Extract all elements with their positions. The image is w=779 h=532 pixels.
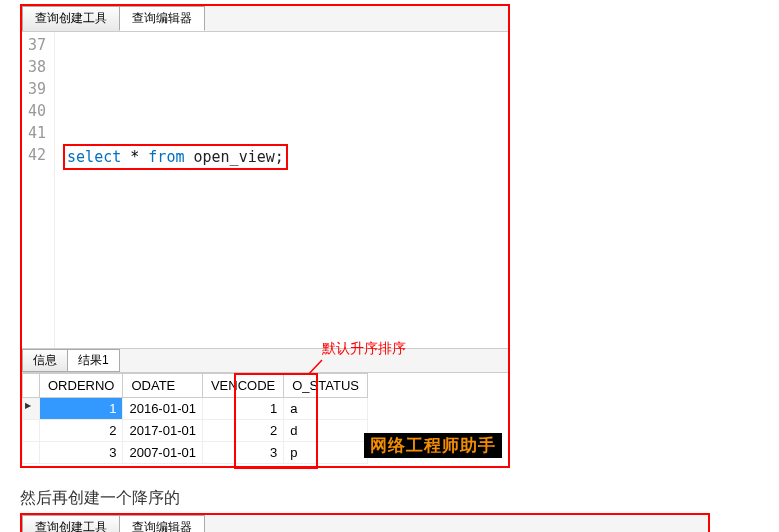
- editor-tabs: 查询创建工具 查询编辑器: [22, 515, 708, 532]
- cell[interactable]: a: [284, 398, 368, 420]
- top-panel: 查询创建工具 查询编辑器 37 38 39 40 41 42 select * …: [20, 4, 510, 468]
- editor-tabs: 查询创建工具 查询编辑器: [22, 6, 508, 32]
- code-line: [63, 192, 288, 214]
- bottom-panel: 查询创建工具 查询编辑器 35 36 37 38 39 create or re…: [20, 513, 710, 532]
- row-handle[interactable]: [23, 398, 40, 420]
- tab-query-builder[interactable]: 查询创建工具: [22, 515, 120, 532]
- col-vencode[interactable]: VENCODE: [202, 374, 283, 398]
- tab-query-editor[interactable]: 查询编辑器: [119, 515, 205, 532]
- cell[interactable]: 2017-01-01: [123, 420, 203, 442]
- table-row[interactable]: 3 2007-01-01 3 p: [23, 442, 368, 464]
- line-number: 40: [28, 100, 46, 122]
- watermark-wrap: 网络工程师助手: [364, 433, 502, 458]
- col-ostatus[interactable]: O_STATUS: [284, 374, 368, 398]
- line-gutter: 37 38 39 40 41 42: [22, 32, 55, 348]
- code-line: [63, 100, 288, 122]
- row-handle-header: [23, 374, 40, 398]
- line-number: 37: [28, 34, 46, 56]
- cell[interactable]: 2007-01-01: [123, 442, 203, 464]
- sql-editor[interactable]: 37 38 39 40 41 42 select * from open_vie…: [22, 32, 508, 348]
- table-row[interactable]: 1 2016-01-01 1 a: [23, 398, 368, 420]
- line-number: 42: [28, 144, 46, 166]
- line-number: 41: [28, 122, 46, 144]
- code-line: [63, 56, 288, 78]
- line-number: 38: [28, 56, 46, 78]
- cell[interactable]: 1: [40, 398, 123, 420]
- code-line: select * from open_view;: [63, 144, 288, 170]
- tab-query-editor[interactable]: 查询编辑器: [119, 6, 205, 31]
- tab-info[interactable]: 信息: [22, 349, 68, 372]
- tab-result1[interactable]: 结果1: [67, 349, 120, 372]
- row-handle[interactable]: [23, 442, 40, 464]
- result-grid-wrap: ORDERNO ODATE VENCODE O_STATUS 1 2016-01…: [22, 373, 508, 466]
- col-odate[interactable]: ODATE: [123, 374, 203, 398]
- code-line: [63, 280, 288, 302]
- highlighted-sql: select * from open_view;: [63, 144, 288, 170]
- watermark: 网络工程师助手: [364, 433, 502, 458]
- result-grid[interactable]: ORDERNO ODATE VENCODE O_STATUS 1 2016-01…: [22, 373, 368, 464]
- code-area[interactable]: select * from open_view;: [55, 32, 296, 348]
- cell[interactable]: 2: [202, 420, 283, 442]
- row-handle[interactable]: [23, 420, 40, 442]
- narrative-text: 然后再创建一个降序的: [20, 488, 779, 509]
- header-row: ORDERNO ODATE VENCODE O_STATUS: [23, 374, 368, 398]
- table-row[interactable]: 2 2017-01-01 2 d: [23, 420, 368, 442]
- code-line: [63, 236, 288, 258]
- tab-query-builder[interactable]: 查询创建工具: [22, 6, 120, 31]
- line-number: 39: [28, 78, 46, 100]
- cell[interactable]: 3: [40, 442, 123, 464]
- cell[interactable]: 2: [40, 420, 123, 442]
- annotation-text: 默认升序排序: [322, 340, 406, 358]
- cell[interactable]: 1: [202, 398, 283, 420]
- col-orderno[interactable]: ORDERNO: [40, 374, 123, 398]
- result-tabs: 信息 结果1: [22, 348, 508, 373]
- cell[interactable]: 3: [202, 442, 283, 464]
- cell[interactable]: 2016-01-01: [123, 398, 203, 420]
- cell[interactable]: d: [284, 420, 368, 442]
- cell[interactable]: p: [284, 442, 368, 464]
